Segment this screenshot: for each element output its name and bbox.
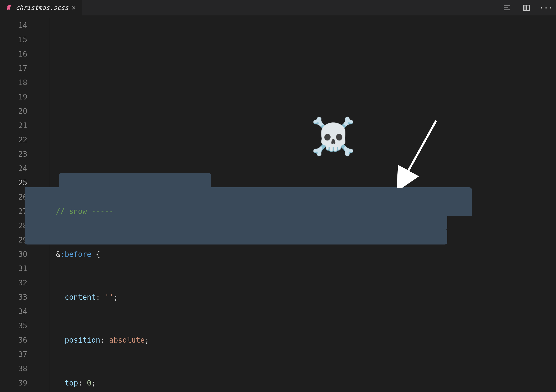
line-number: 21 <box>0 119 27 133</box>
selection-highlight <box>59 173 211 187</box>
line-number: 26 <box>0 190 27 204</box>
line-number: 17 <box>0 61 27 75</box>
line-number: 19 <box>0 90 27 104</box>
align-icon[interactable] <box>502 3 511 12</box>
line-number: 31 <box>0 262 27 276</box>
line-number: 15 <box>0 33 27 47</box>
line-number: 28 <box>0 219 27 233</box>
split-editor-icon[interactable] <box>522 3 531 12</box>
line-number: 22 <box>0 133 27 147</box>
line-number: 36 <box>0 333 27 347</box>
line-number: 23 <box>0 147 27 161</box>
line-number: 24 <box>0 161 27 176</box>
more-icon[interactable]: ··· <box>542 3 551 12</box>
line-number: 30 <box>0 247 27 262</box>
selection-highlight <box>25 230 447 244</box>
editor-toolbar: ··· <box>502 0 556 15</box>
code-comment: // snow ----- <box>56 207 113 216</box>
line-number: 18 <box>0 75 27 90</box>
line-number: 33 <box>0 290 27 304</box>
selection-highlight <box>25 187 472 202</box>
line-number: 35 <box>0 319 27 333</box>
svg-rect-5 <box>524 5 527 10</box>
line-number: 32 <box>0 276 27 290</box>
line-number: 20 <box>0 104 27 119</box>
line-number: 27 <box>0 204 27 219</box>
close-icon[interactable]: × <box>72 4 76 11</box>
line-number: 39 <box>0 376 27 390</box>
line-number: 16 <box>0 47 27 61</box>
line-number: 14 <box>0 18 27 33</box>
code-editor[interactable]: 1415161718192021222324252627282930313233… <box>0 16 556 392</box>
sass-icon <box>5 4 13 11</box>
tab-bar: christmas.scss × ··· <box>0 0 556 16</box>
file-tab[interactable]: christmas.scss × <box>0 0 82 15</box>
line-number: 29 <box>0 233 27 247</box>
code-content[interactable]: // snow ----- &:before { content: ''; po… <box>38 16 556 392</box>
tab-filename: christmas.scss <box>16 4 69 11</box>
line-number: 34 <box>0 304 27 319</box>
line-number: 37 <box>0 347 27 362</box>
line-number: 38 <box>0 362 27 376</box>
line-number: 25 <box>0 176 27 190</box>
